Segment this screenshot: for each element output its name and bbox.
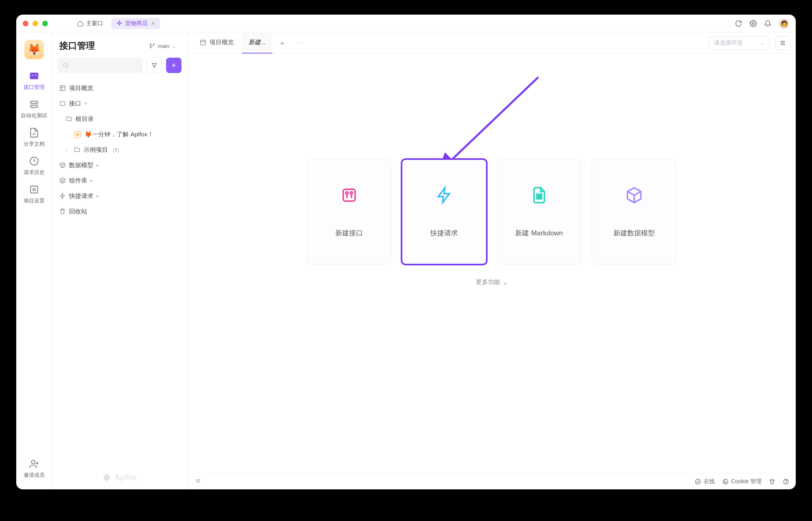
tree-label: 🦊一分钟，了解 Apifox！ (84, 131, 153, 138)
rail-api-management[interactable]: 接口管理 (16, 68, 52, 97)
folder-icon (74, 146, 80, 153)
tree-label: 快捷请求 (69, 192, 93, 200)
svg-rect-5 (30, 105, 37, 107)
layers-icon (59, 177, 66, 184)
status-help[interactable] (783, 478, 789, 485)
tree-quick-request[interactable]: 快捷请求 ▸ (55, 188, 184, 204)
rail-item-label: 邀请成员 (16, 471, 52, 479)
api-icon (29, 71, 39, 81)
status-online[interactable]: 在线 (695, 478, 715, 485)
more-functions[interactable]: 更多功能 ⌄ (476, 278, 508, 286)
nav-rail: 🦊 接口管理 自动化测试 分享文档 (16, 32, 52, 489)
search-icon (63, 62, 69, 69)
tree-guide[interactable]: M 🦊一分钟，了解 Apifox！ (55, 127, 184, 142)
plus-icon (171, 62, 177, 69)
card-new-api[interactable]: 新建接口 (307, 159, 392, 265)
main-window-tab[interactable]: 主窗口 (72, 18, 108, 29)
close-tab-icon[interactable]: ✕ (151, 21, 155, 26)
canvas: 新建接口 快捷请求 M 新建 Markdown 新建数据模型 (188, 54, 796, 473)
settings-icon[interactable] (749, 20, 757, 27)
bolt-icon (435, 186, 453, 204)
tab-add-button[interactable]: ＋ (274, 38, 290, 48)
rail-history[interactable]: 请求历史 (16, 153, 52, 182)
chevron-right-icon: › (66, 147, 71, 153)
rail-item-label: 请求历史 (16, 169, 52, 176)
status-extension[interactable] (769, 478, 775, 485)
menu-icon (780, 40, 786, 46)
svg-rect-18 (343, 189, 355, 201)
svg-point-24 (724, 481, 725, 481)
maximize-icon[interactable] (42, 21, 48, 26)
shirt-icon (769, 478, 775, 485)
collapse-sidebar-button[interactable] (194, 478, 202, 485)
tree-count: (6) (113, 147, 119, 153)
tab-more-button[interactable]: ⋯ (292, 39, 308, 47)
history-icon (29, 156, 39, 166)
tree-sample-project[interactable]: › 示例项目 (6) (55, 142, 184, 157)
tree-label: 接口 (69, 100, 81, 108)
minimize-icon[interactable] (32, 21, 38, 26)
svg-point-12 (153, 44, 154, 45)
rail-invite[interactable]: 邀请成员 (16, 456, 52, 484)
filter-button[interactable] (147, 58, 162, 73)
tree-root-folder[interactable]: 根目录 (55, 111, 184, 127)
tree: 项目概览 接口 ▾ 根目录 M 🦊一分钟，了解 Apifox！ › (52, 79, 187, 465)
card-new-markdown[interactable]: M 新建 Markdown (497, 159, 582, 265)
tree-label: 根目录 (76, 115, 94, 123)
avatar[interactable]: 🧑 (779, 18, 789, 29)
automation-icon (29, 99, 39, 110)
collapse-icon (194, 478, 202, 484)
svg-point-20 (350, 192, 353, 194)
main-window-label: 主窗口 (86, 20, 103, 27)
status-label: Cookie 管理 (731, 478, 762, 485)
svg-rect-14 (60, 86, 65, 90)
refresh-icon[interactable] (735, 20, 742, 27)
tree-label: 数据模型 (69, 161, 93, 169)
branch-selector[interactable]: main ⌄ (145, 41, 180, 51)
svg-point-11 (150, 47, 151, 48)
bell-icon[interactable] (764, 20, 771, 27)
folder-icon (66, 116, 72, 122)
search-input[interactable] (58, 58, 143, 73)
check-circle-icon (695, 478, 701, 485)
status-cookies[interactable]: Cookie 管理 (722, 478, 762, 485)
svg-point-25 (726, 482, 726, 482)
app-logo[interactable]: 🦊 (24, 40, 44, 59)
chevron-right-icon: ▸ (91, 178, 95, 183)
tab-label: 项目概览 (209, 39, 234, 46)
svg-rect-3 (35, 75, 37, 76)
tab-new[interactable]: 新建... (242, 32, 272, 54)
svg-point-19 (346, 192, 348, 194)
tree-trash[interactable]: 回收站 (55, 204, 184, 219)
svg-point-23 (723, 479, 728, 484)
tree-label: 项目概览 (69, 84, 93, 92)
svg-rect-15 (60, 101, 65, 105)
more-label: 更多功能 (476, 278, 500, 286)
rail-project-settings[interactable]: 项目设置 (16, 182, 52, 210)
tree-components[interactable]: 组件库 ▸ (55, 173, 184, 188)
titlebar-actions: 🧑 (735, 18, 789, 29)
rail-share-docs[interactable]: 分享文档 (16, 125, 52, 153)
card-new-data-model[interactable]: 新建数据模型 (592, 159, 677, 265)
tree-data-model[interactable]: 数据模型 ▸ (55, 157, 184, 173)
rail-automation[interactable]: 自动化测试 (16, 97, 52, 125)
annotation-arrow (441, 73, 546, 166)
tab-overview[interactable]: 项目概览 (193, 32, 240, 54)
card-quick-request[interactable]: 快捷请求 (402, 159, 487, 265)
tree-overview[interactable]: 项目概览 (55, 80, 184, 96)
tree-label: 回收站 (69, 208, 87, 215)
sparkle-icon (116, 20, 123, 27)
environment-select[interactable]: 请选择环境 ⌄ (709, 36, 770, 50)
markdown-icon: M (74, 131, 81, 138)
tree-label: 组件库 (69, 177, 87, 185)
card-label: 新建接口 (335, 228, 363, 238)
tabs: 项目概览 新建... ＋ ⋯ 请选择环境 ⌄ (188, 32, 796, 54)
project-tab[interactable]: 宠物商店 ✕ (111, 18, 160, 29)
card-label: 快捷请求 (430, 228, 458, 238)
panel-menu-button[interactable] (775, 36, 790, 50)
env-placeholder: 请选择环境 (714, 39, 743, 47)
watermark-label: Apifox (114, 473, 137, 482)
add-button[interactable] (166, 58, 181, 73)
tree-api-root[interactable]: 接口 ▾ (55, 96, 184, 111)
close-icon[interactable] (23, 21, 28, 26)
